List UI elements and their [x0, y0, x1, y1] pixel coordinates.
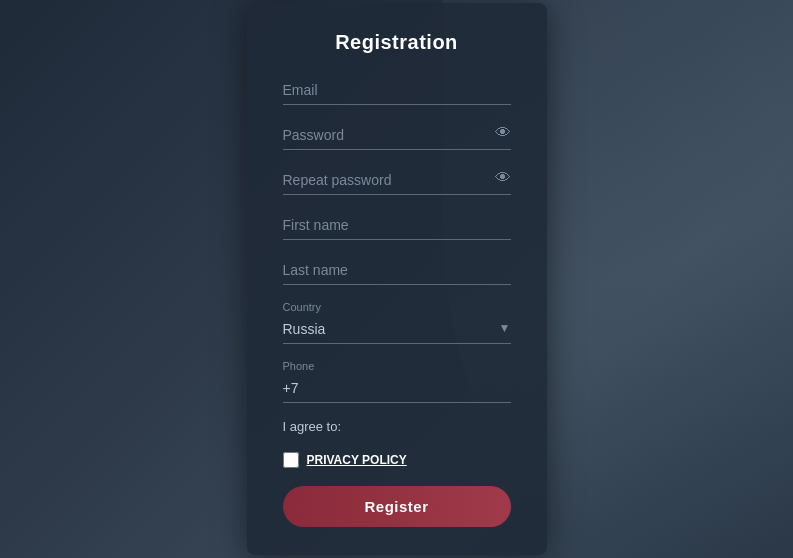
page-title: Registration: [283, 31, 511, 54]
register-button[interactable]: Register: [283, 486, 511, 527]
privacy-policy-label[interactable]: PRIVACY POLICY: [307, 453, 407, 467]
phone-label: Phone: [283, 360, 511, 372]
registration-card: Registration 👁 👁 Country Russia USA Germ…: [247, 3, 547, 555]
country-select[interactable]: Russia USA Germany France China: [283, 315, 511, 344]
repeat-password-eye-icon[interactable]: 👁: [495, 170, 511, 186]
country-label: Country: [283, 301, 511, 313]
last-name-input[interactable]: [283, 256, 511, 285]
agree-section: I agree to: PRIVACY POLICY: [283, 419, 511, 468]
phone-field-group: Phone: [283, 360, 511, 403]
password-input[interactable]: [283, 121, 511, 150]
repeat-password-field-group: 👁: [283, 166, 511, 195]
email-input[interactable]: [283, 76, 511, 105]
password-field-group: 👁: [283, 121, 511, 150]
first-name-field-group: [283, 211, 511, 240]
country-field-group: Country Russia USA Germany France China …: [283, 301, 511, 344]
repeat-password-input[interactable]: [283, 166, 511, 195]
agree-text: I agree to:: [283, 419, 342, 434]
password-eye-icon[interactable]: 👁: [495, 125, 511, 141]
agree-text-row: I agree to:: [283, 419, 511, 434]
email-field-group: [283, 76, 511, 105]
phone-input[interactable]: [283, 374, 511, 403]
last-name-field-group: [283, 256, 511, 285]
country-select-wrapper: Russia USA Germany France China ▼: [283, 315, 511, 344]
first-name-input[interactable]: [283, 211, 511, 240]
privacy-policy-checkbox[interactable]: [283, 452, 299, 468]
privacy-policy-row: PRIVACY POLICY: [283, 452, 511, 468]
